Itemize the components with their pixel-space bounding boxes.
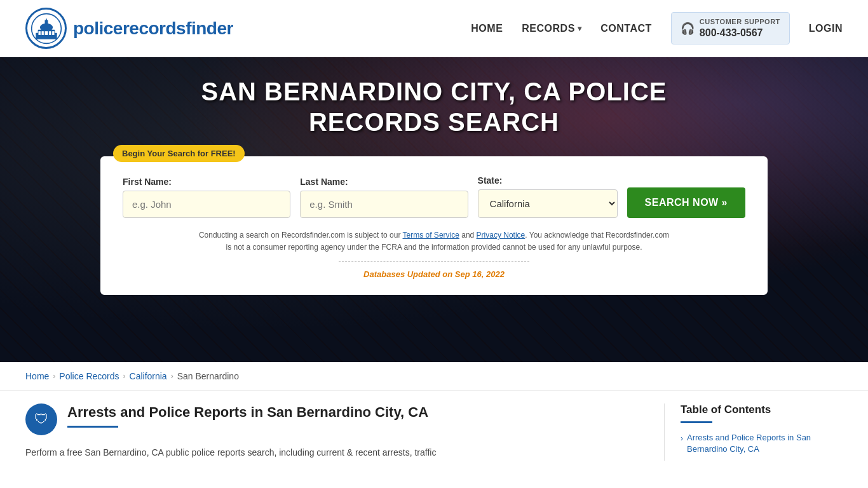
toc-divider [681,421,712,423]
nav-home[interactable]: HOME [471,23,503,34]
hero-title: SAN BERNARDINO CITY, CA POLICE RECORDS S… [148,76,720,137]
logo-area[interactable]: policerecordsfinder [25,8,233,49]
main-content: 🛡 Arrests and Police Reports in San Bern… [0,391,868,473]
last-name-input[interactable] [300,191,468,218]
site-header: policerecordsfinder HOME RECORDS ▾ CONTA… [0,0,868,57]
last-name-field-group: Last Name: [300,177,468,218]
breadcrumb-current: San Bernardino [177,371,239,381]
first-name-input[interactable] [123,191,290,218]
svg-rect-7 [41,31,43,35]
hero-section: SAN BERNARDINO CITY, CA POLICE RECORDS S… [0,57,868,362]
toc-title: Table of Contents [681,403,843,416]
free-badge: Begin Your Search for FREE! [113,145,245,162]
svg-rect-8 [44,31,48,35]
article-title: Arrests and Police Reports in San Bernar… [67,403,428,422]
breadcrumb-sep-1: › [53,372,55,381]
logo-icon [25,8,67,49]
svg-rect-10 [52,31,54,35]
breadcrumb-sep-3: › [171,372,173,381]
privacy-link[interactable]: Privacy Notice [477,231,526,240]
customer-support-box[interactable]: 🎧 CUSTOMER SUPPORT 800-433-0567 [671,12,790,44]
title-underline [67,426,118,428]
breadcrumb-police-records[interactable]: Police Records [59,371,119,381]
search-now-button[interactable]: SEARCH NOW » [627,187,745,218]
shield-icon: 🛡 [34,411,48,428]
breadcrumb: Home › Police Records › California › San… [0,362,868,391]
article-title-area: Arrests and Police Reports in San Bernar… [67,403,428,428]
state-select[interactable]: AlabamaAlaskaArizonaArkansasCaliforniaCo… [478,189,618,218]
nav-contact[interactable]: CONTACT [600,23,652,34]
content-left: 🛡 Arrests and Police Reports in San Bern… [25,403,665,461]
records-chevron-icon: ▾ [578,24,582,33]
first-name-label: First Name: [123,177,290,187]
terms-link[interactable]: Terms of Service [403,231,459,240]
article-header: 🛡 Arrests and Police Reports in San Bern… [25,403,645,435]
nav-records[interactable]: RECORDS ▾ [522,23,581,34]
content-right: Table of Contents ›Arrests and Police Re… [665,403,843,461]
search-fields: First Name: Last Name: State: AlabamaAla… [123,175,745,218]
toc-item[interactable]: ›Arrests and Police Reports in San Berna… [681,432,843,455]
breadcrumb-sep-2: › [123,372,126,381]
article-body: Perform a free San Bernardino, CA public… [25,445,645,461]
shield-icon-circle: 🛡 [25,403,57,435]
breadcrumb-home[interactable]: Home [25,371,49,381]
svg-rect-4 [44,20,48,28]
state-label: State: [478,175,618,186]
state-field-group: State: AlabamaAlaskaArizonaArkansasCalif… [478,175,618,218]
first-name-field-group: First Name: [123,177,290,218]
divider [339,261,529,262]
toc-chevron-icon: › [681,433,683,444]
toc-items: ›Arrests and Police Reports in San Berna… [681,432,843,455]
disclaimer-text: Conducting a search on Recordsfinder.com… [196,229,672,254]
headphone-icon: 🎧 [681,22,695,36]
breadcrumb-california[interactable]: California [130,371,167,381]
login-button[interactable]: LOGIN [809,23,843,34]
svg-rect-9 [49,31,51,35]
main-nav: HOME RECORDS ▾ CONTACT 🎧 CUSTOMER SUPPOR… [471,12,843,44]
logo-text: policerecordsfinder [73,18,233,39]
svg-rect-6 [38,31,40,35]
db-updated: Databases Updated on Sep 16, 2022 [123,269,745,279]
support-text: CUSTOMER SUPPORT 800-433-0567 [700,18,780,38]
search-box: Begin Your Search for FREE! First Name: … [100,156,768,295]
last-name-label: Last Name: [300,177,468,187]
